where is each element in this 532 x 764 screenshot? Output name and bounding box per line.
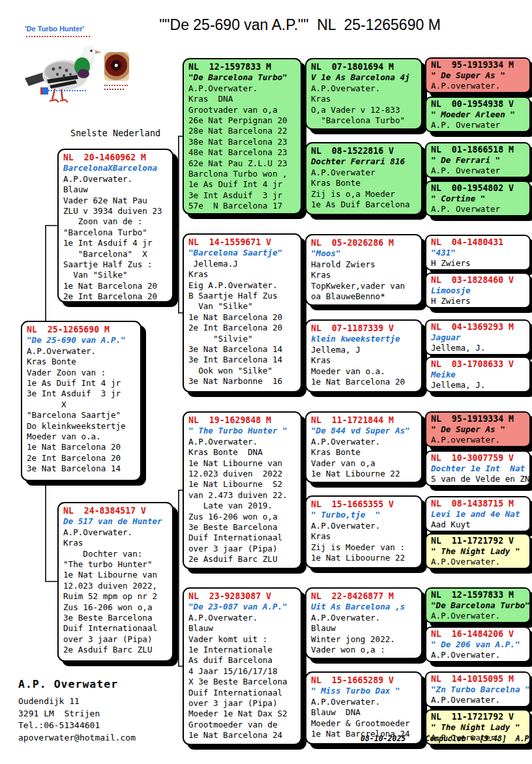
photo-caption-illegible	[26, 36, 90, 37]
pedigree-line: 3e Nat Barcelona 14	[27, 463, 138, 474]
ring-number: NL 95-1919334 M	[431, 60, 527, 70]
ring-number: NL 07-1801694 M	[311, 62, 419, 72]
pedigree-line: 2e Int Barcelona 20	[63, 291, 170, 302]
pedigree-line: Zij is Moeder van :	[311, 542, 419, 553]
pedigree-line: A.P.Overwater.	[311, 613, 419, 623]
bird-name: " Turbo,tje "	[311, 510, 419, 520]
ring-number: NL 11-1721792 V	[431, 536, 527, 546]
pedigree-line: 3e Int Asduif 3 jr	[188, 190, 298, 201]
ring-number: NL 14-1015095 M	[431, 674, 527, 684]
pedigree-box-nl-05-2026286-m: NL 05-2026286 M"Moos"Harold ZwiersKrasTo…	[305, 234, 422, 306]
ring-number: NL 22-8426877 M	[311, 591, 419, 602]
pedigree-line: Zij is o,a Moeder	[311, 189, 419, 199]
pedigree-line: Van "Silke"	[188, 301, 298, 312]
bird-name: "De Barcelona Turbo"	[188, 72, 298, 83]
pedigree-line: "Silvie"	[188, 334, 298, 344]
owner-address-line1: Oudendijk 11	[18, 696, 136, 708]
bird-name: " The Night Lady "	[431, 722, 527, 733]
pedigree-line: 3e Beste Barcelona	[188, 522, 298, 533]
pedigree-line: 38e Nat Barcelona 23	[188, 137, 298, 147]
pedigree-line: X	[27, 400, 138, 410]
pedigree-line: over 3 jaar (Pipa)	[188, 544, 298, 554]
footer-date: 08-10-2025	[361, 734, 406, 743]
pedigree-line: 3e Nat Barcelona 14	[188, 344, 298, 355]
ring-number: NL 08-1522816 V	[311, 146, 419, 156]
bird-name: "431"	[431, 248, 527, 258]
pedigree-line: Dochter van:	[63, 549, 170, 559]
pedigree-line: Blauw DNA	[311, 707, 419, 718]
pedigree-line: 4 Jaar 15/16/17/18	[188, 666, 298, 677]
pedigree-line: A.P.Overwater.	[63, 527, 170, 538]
pedigree-box-nl-11-1721844-m: NL 11-1721844 M"De 844 vd Super As"A.P.O…	[305, 411, 422, 483]
pedigree-line: 62e Nat Pau Z.L.U 23	[188, 158, 298, 169]
bird-name: "De 25-690 van A.P."	[27, 335, 138, 345]
pedigree-box-nl-00-1954938-v: NL 00-1954938 V" Moeder Arleen "A.P. Ove…	[425, 96, 531, 132]
pedigree-line: Vader Zoon van :	[27, 368, 138, 378]
ring-number: NL 00-1954802 V	[431, 183, 527, 194]
pedigree-line: A.P.Overwater.	[188, 437, 298, 447]
bird-name: klein kweekstertje	[311, 334, 419, 344]
pedigree-line: O,a Vader v 12-833	[311, 105, 419, 115]
pedigree-line: ZLU v 3934 duiven 23	[63, 206, 170, 216]
ring-number: NL 14-1559671 V	[188, 237, 298, 248]
bird-name: " The Night Lady "	[431, 546, 527, 557]
pedigree-line: Saartje Half Zus :	[63, 259, 170, 270]
pedigree-line: Vader komt uit :	[188, 634, 298, 645]
pedigree-line: A.P.overwater.	[431, 81, 527, 91]
pedigree-line: Vader 62e Nat Pau	[63, 196, 170, 206]
pedigree-line: Harold Zwiers	[311, 259, 419, 270]
pedigree-box-nl-20-1460962-m: NL 20-1460962 MBarcelonaXBarcelonaA.P.Ov…	[57, 149, 173, 302]
pedigree-line: Jellema, J.	[431, 380, 527, 390]
pedigree-line: Kras	[311, 94, 419, 104]
pedigree-line: H Zwiers	[431, 296, 527, 306]
bird-name: "Moos"	[311, 248, 419, 259]
ring-number: NL 07-1187339 V	[311, 323, 419, 334]
pedigree-line: A.P.Overwater.	[311, 83, 419, 94]
pedigree-line: Late van 2019.	[188, 501, 298, 511]
pedigree-line: Kras Bonte	[27, 357, 138, 367]
pedigree-line: van 2.473 duiven 22.	[188, 490, 298, 501]
pedigree-line: Moeder van o.a.	[311, 366, 419, 377]
pedigree-line: Jellema, J.	[431, 343, 527, 353]
pedigree-line: Moeder van o.a.	[27, 432, 138, 442]
pedigree-line: 3e Nat Narbonne 16	[188, 376, 298, 387]
owner-email: apoverwater@hotmail.com	[18, 732, 136, 744]
pedigree-line: Blauw	[63, 184, 170, 195]
bird-name: " De 206 van A.P."	[431, 639, 527, 650]
pedigree-line: Kras	[311, 270, 419, 280]
pedigree-line: Kras	[63, 538, 170, 548]
ring-number: NL 03-1708633 V	[431, 359, 527, 370]
pedigree-line: 3e Beste Barcelona	[63, 613, 170, 623]
club-logo-icon	[40, 87, 48, 95]
pedigree-line: S van de Velde en ZN	[431, 474, 527, 484]
pedigree-line: Zus 16-206 won o,a	[188, 512, 298, 522]
ring-number: NL 23-9283087 V	[188, 591, 298, 602]
pedigree-line: A.P.Overwater.	[431, 650, 527, 660]
bird-name: " De Super As "	[431, 424, 527, 435]
footer: 08-10-2025Compuclub © [9.48] A.P. Overwa…	[361, 734, 532, 743]
pedigree-line: 2e Int Barcelona 20	[188, 323, 298, 333]
ring-number: NL 11-1721844 M	[311, 415, 419, 426]
pedigree-line: Aad Kuyt	[431, 520, 527, 530]
ring-number: NL 19-1629848 M	[188, 415, 298, 426]
pedigree-line: 1e Nat Barcelona 20	[188, 312, 298, 323]
pedigree-line: Kras	[311, 355, 419, 366]
pedigree-line: 1e Nat Liboourne 22	[311, 553, 419, 563]
pedigree-line: Do kleinkweekstertje	[27, 421, 138, 432]
pedigree-line: Duif Internationaal	[188, 533, 298, 543]
pedigree-line: 1e Int Asduif 4 jr	[63, 238, 170, 248]
ring-number: NL 16-1484206 V	[431, 629, 527, 639]
pedigree-line: Kras Bonte	[311, 178, 419, 188]
pedigree-box-nl-04-1480431: NL 04-1480431"431"H Zwiers	[425, 235, 531, 271]
pedigree-box-nl-08-1438715-m: NL 08-1438715 MLevi 1e and 4e NatAad Kuy…	[425, 496, 531, 532]
pedigree-line: Vader van o,a	[311, 458, 419, 469]
bird-name: Levi 1e and 4e Nat	[431, 509, 527, 520]
pedigree-line: 1e Nat Barcelona 20	[63, 281, 170, 291]
pedigree-line: 28e Nat Barcelona 22	[188, 126, 298, 136]
owner-address-line2: 3291 LM Strijen	[18, 708, 136, 720]
owner-name: A.P. Overwater	[18, 678, 136, 690]
tagline: Snelste Nederland	[70, 128, 160, 138]
ring-number: NL 03-1828460 V	[431, 275, 527, 286]
pedigree-line: Kras	[311, 531, 419, 542]
pedigree-line: Kras Bonte DNA	[188, 447, 298, 458]
